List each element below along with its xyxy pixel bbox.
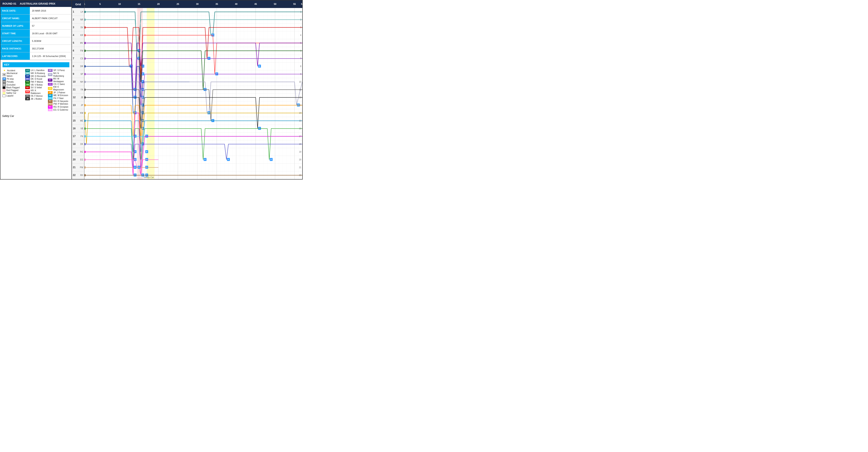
lap-headers: 151015202530354045505557	[85, 0, 302, 8]
pos-abbr: FN	[81, 135, 83, 138]
key-driver-item: SP SP: S Perez	[48, 69, 69, 72]
svg-text:P: P	[259, 65, 260, 67]
pos-cell: 3 SV	[72, 24, 84, 31]
pos-cell: 6 FM	[72, 47, 84, 55]
grid-label: Grid	[72, 0, 85, 8]
svg-text:14: 14	[299, 112, 302, 114]
pos-abbr: JB	[81, 96, 83, 99]
pos-number: 3	[73, 26, 74, 29]
key-driver-item: LH LH: L Hamilton	[25, 69, 47, 72]
svg-text:13: 13	[299, 104, 302, 107]
accident-icon: ✦	[2, 69, 6, 72]
svg-rect-103	[85, 27, 86, 29]
svg-text:10: 10	[299, 81, 302, 83]
pos-number: 5	[73, 41, 74, 44]
info-value: 16:00 Local - 05:00 GMT	[30, 30, 60, 37]
lap-tick: 35	[215, 3, 218, 5]
pos-abbr: SP	[81, 73, 83, 75]
svg-text:3: 3	[300, 26, 302, 29]
pos-number: 9	[73, 72, 74, 76]
key-col-drivers-2: SP SP: S Perez NH NH: N Hulkenberg MV MV…	[48, 69, 69, 111]
svg-rect-115	[85, 42, 86, 44]
chart-panel: Grid 151015202530354045505557 1 LH 2 NR …	[72, 0, 302, 179]
info-row: RACE DISTANCE: 302.271KM	[0, 45, 71, 52]
pos-number: 2	[73, 18, 74, 21]
pos-cell: 17 FN	[72, 132, 84, 140]
svg-rect-132	[85, 65, 86, 67]
key-driver-item: JB JB: J Button	[25, 97, 47, 100]
pos-cell: 12 JB	[72, 94, 84, 101]
driver-abbr-badge: RG	[48, 106, 53, 109]
svg-text:18: 18	[299, 143, 302, 145]
pos-number: 19	[73, 150, 75, 153]
driver-abbr-badge: SV	[25, 86, 30, 89]
race-chart-svg: PPPPPPPPPPPPPPPPPPPPPPPPPPPPPPPPPPPPPPPP…	[85, 8, 302, 179]
info-label: NUMBER OF LAPS:	[0, 22, 30, 29]
pos-cell: 14 KM	[72, 109, 84, 117]
svg-text:8: 8	[300, 65, 302, 67]
lapped-box	[2, 95, 5, 97]
excluded-icon: E	[2, 83, 6, 86]
svg-rect-180	[85, 143, 86, 145]
pitstop-icon: P	[2, 78, 6, 80]
pos-number: 12	[73, 96, 75, 99]
key-driver-item: MV MV: M Verstappen	[48, 78, 69, 83]
svg-text:15: 15	[299, 120, 302, 122]
pos-cell: 1 LH	[72, 8, 84, 16]
svg-text:P: P	[271, 158, 272, 161]
svg-rect-157	[85, 104, 86, 107]
svg-rect-179	[85, 135, 86, 138]
pos-abbr: RH	[80, 174, 83, 176]
pos-cell: 16 VB	[72, 125, 84, 132]
info-label: RACE DATE:	[0, 7, 30, 14]
svg-text:11: 11	[299, 89, 302, 91]
info-value: ALBERT PARK CIRCUIT	[30, 14, 60, 22]
penalty-icon: Pe	[2, 80, 6, 83]
key-penalty: Pe Penalty	[2, 80, 24, 83]
svg-text:6: 6	[300, 50, 302, 52]
key-black-flag: Black Flagged	[2, 86, 24, 89]
driver-abbr-badge: DK	[25, 78, 30, 81]
key-driver-item: SV SV: S Vettel	[25, 86, 47, 89]
driver-abbr-badge: FN	[48, 97, 53, 100]
key-red-flag: Red Flagged	[2, 89, 24, 92]
key-driver-item: PW PW: P Wehrlein	[48, 102, 69, 106]
key-driver-item: RG RG: R Grosjean	[48, 106, 69, 109]
driver-abbr-badge: NR	[25, 72, 30, 75]
info-label: START TIME	[0, 30, 30, 37]
pos-abbr: VB	[81, 127, 83, 130]
svg-rect-147	[85, 89, 86, 91]
svg-text:P: P	[228, 158, 229, 161]
pos-number: 13	[73, 103, 75, 107]
safety-car-box	[2, 92, 5, 94]
black-flag-box	[2, 86, 5, 89]
key-col-symbols: ✦ Accident M Mechanicalfailure P Pit sto…	[2, 69, 24, 111]
info-label: RACE DISTANCE:	[0, 45, 30, 52]
key-excluded: E Excluded	[2, 83, 24, 86]
pos-cell: 20 EG	[72, 156, 84, 163]
key-driver-item: VB VB: V Bottas	[25, 83, 47, 86]
driver-abbr-badge: SP	[48, 69, 53, 72]
driver-abbr-badge: DR	[25, 74, 30, 78]
pos-number: 14	[73, 112, 75, 114]
svg-text:P: P	[205, 158, 206, 161]
pos-cell: 21 PW	[72, 163, 84, 171]
svg-text:19: 19	[299, 151, 302, 153]
position-column: 1 LH 2 NR 3 SV 4 KR 5 MV 6 FM 7 CS 8 DR …	[72, 8, 85, 179]
pos-cell: 19 RG	[72, 148, 84, 156]
key-grid: ✦ Accident M Mechanicalfailure P Pit sto…	[2, 69, 69, 111]
pos-number: 20	[73, 158, 75, 161]
pos-abbr: KR	[80, 34, 83, 36]
pos-number: 15	[73, 119, 75, 122]
driver-abbr-badge: RH	[48, 100, 53, 102]
key-driver-item: FA FA: F Alonso	[25, 95, 47, 97]
pos-number: 7	[73, 57, 74, 60]
pos-abbr: NH	[80, 81, 83, 83]
svg-text:P: P	[134, 166, 136, 169]
pos-cell: 11 FA	[72, 86, 84, 94]
pos-abbr: FM	[80, 50, 83, 52]
pos-number: 8	[73, 65, 74, 68]
race-name: AUSTRALIAN GRAND PRIX	[20, 2, 56, 5]
svg-rect-170	[85, 128, 86, 130]
info-value: 302.271KM	[30, 45, 46, 52]
